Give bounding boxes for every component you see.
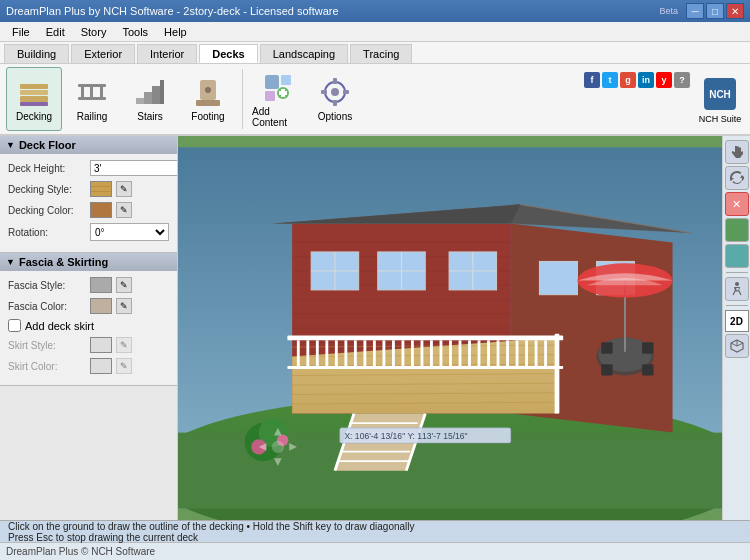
svg-rect-98: [544, 340, 547, 369]
svg-rect-6: [81, 84, 84, 100]
tab-landscaping[interactable]: Landscaping: [260, 44, 348, 63]
svg-rect-71: [555, 334, 560, 414]
svg-text:X: 106'-4 13/16"  Y: 113'-7 15: X: 106'-4 13/16" Y: 113'-7 15/16": [344, 431, 467, 441]
skirt-style-row: Skirt Style: ✎: [8, 337, 169, 353]
right-separator-1: [726, 272, 748, 273]
viewport[interactable]: X: 106'-4 13/16" Y: 113'-7 15/16": [178, 136, 722, 520]
toolbar-options-button[interactable]: Options: [307, 67, 363, 131]
svg-rect-86: [430, 340, 433, 369]
svg-rect-87: [440, 340, 443, 369]
footing-label: Footing: [191, 111, 224, 122]
svg-rect-21: [279, 91, 287, 95]
svg-rect-26: [321, 90, 327, 94]
railing-icon: [76, 76, 108, 108]
right-separator-2: [726, 305, 748, 306]
fascia-header[interactable]: ▼ Fascia & Skirting: [0, 253, 177, 271]
svg-point-124: [272, 441, 283, 452]
youtube-icon[interactable]: y: [656, 72, 672, 88]
tab-building[interactable]: Building: [4, 44, 69, 63]
menu-story[interactable]: Story: [73, 22, 115, 42]
footing-icon: [192, 76, 224, 108]
nch-suite-button[interactable]: NCH NCH Suite: [696, 68, 744, 132]
tab-decks[interactable]: Decks: [199, 44, 257, 63]
svg-rect-24: [333, 78, 337, 84]
decking-color-edit-button[interactable]: ✎: [116, 202, 132, 218]
menu-help[interactable]: Help: [156, 22, 195, 42]
fascia-style-preview[interactable]: [90, 277, 112, 293]
rotation-select[interactable]: 0° 90° 180° 270°: [90, 223, 169, 241]
close-button[interactable]: ✕: [726, 3, 744, 19]
title-text: DreamPlan Plus by NCH Software - 2story-…: [6, 5, 339, 17]
toolbar-add-content-button[interactable]: Add Content: [249, 67, 305, 131]
twitter-icon[interactable]: t: [602, 72, 618, 88]
decking-style-label: Decking Style:: [8, 184, 86, 195]
skirt-color-edit-button: ✎: [116, 358, 132, 374]
color-teal-button[interactable]: [725, 244, 749, 268]
svg-rect-79: [363, 340, 366, 369]
tab-interior[interactable]: Interior: [137, 44, 197, 63]
menu-file[interactable]: File: [4, 22, 38, 42]
skirt-color-preview: [90, 358, 112, 374]
options-icon: [319, 76, 351, 108]
deck-floor-header[interactable]: ▼ Deck Floor: [0, 136, 177, 154]
decking-style-row: Decking Style: ✎: [8, 181, 169, 197]
linkedin-icon[interactable]: in: [638, 72, 654, 88]
fascia-color-label: Fascia Color:: [8, 301, 86, 312]
decking-style-preview[interactable]: [90, 181, 112, 197]
tab-exterior[interactable]: Exterior: [71, 44, 135, 63]
svg-rect-82: [392, 340, 395, 369]
minimize-button[interactable]: ─: [686, 3, 704, 19]
svg-rect-1: [20, 90, 48, 95]
svg-rect-111: [642, 342, 653, 353]
toolbar-stairs-button[interactable]: Stairs: [122, 67, 178, 131]
maximize-button[interactable]: □: [706, 3, 724, 19]
toolbar-footing-button[interactable]: Footing: [180, 67, 236, 131]
color-green-button[interactable]: [725, 218, 749, 242]
svg-rect-113: [642, 364, 653, 375]
deck-height-input[interactable]: [90, 160, 178, 176]
fascia-color-row: Fascia Color: ✎: [8, 298, 169, 314]
delete-button[interactable]: ✕: [725, 192, 749, 216]
decking-color-label: Decking Color:: [8, 205, 86, 216]
toolbar-railing-button[interactable]: Railing: [64, 67, 120, 131]
svg-rect-99: [287, 366, 563, 369]
decking-color-preview[interactable]: [90, 202, 112, 218]
add-deck-skirt-checkbox[interactable]: [8, 319, 21, 332]
svg-point-15: [205, 87, 211, 93]
decking-style-edit-button[interactable]: ✎: [116, 181, 132, 197]
svg-rect-77: [344, 340, 347, 369]
svg-rect-81: [382, 340, 385, 369]
add-deck-skirt-label: Add deck skirt: [25, 320, 94, 332]
rotate-view-button[interactable]: [725, 166, 749, 190]
skirt-color-label: Skirt Color:: [8, 361, 86, 372]
left-panel: ▼ Deck Floor Deck Height: Decking Style:…: [0, 136, 178, 520]
railing-label: Railing: [77, 111, 108, 122]
fascia-color-preview[interactable]: [90, 298, 112, 314]
help-icon[interactable]: ?: [674, 72, 690, 88]
googleplus-icon[interactable]: g: [620, 72, 636, 88]
status-line-1: Click on the ground to draw the outline …: [8, 521, 415, 532]
isometric-button[interactable]: [725, 334, 749, 358]
menu-edit[interactable]: Edit: [38, 22, 73, 42]
fascia-color-edit-button[interactable]: ✎: [116, 298, 132, 314]
fascia-style-label: Fascia Style:: [8, 280, 86, 291]
svg-rect-76: [335, 340, 338, 369]
svg-rect-89: [459, 340, 462, 369]
toolbar-decking-button[interactable]: Decking: [6, 67, 62, 131]
status-bar: Click on the ground to draw the outline …: [0, 520, 750, 542]
svg-rect-78: [354, 340, 357, 369]
title-bar-controls[interactable]: ─ □ ✕: [686, 3, 744, 19]
fascia-style-edit-button[interactable]: ✎: [116, 277, 132, 293]
facebook-icon[interactable]: f: [584, 72, 600, 88]
hand-tool-button[interactable]: [725, 140, 749, 164]
menu-tools[interactable]: Tools: [114, 22, 156, 42]
walk-mode-button[interactable]: [725, 277, 749, 301]
svg-rect-25: [333, 100, 337, 106]
svg-rect-18: [265, 91, 275, 101]
collapse-icon: ▼: [6, 140, 15, 150]
tab-tracing[interactable]: Tracing: [350, 44, 412, 63]
deck-height-label: Deck Height:: [8, 163, 86, 174]
2d-view-button[interactable]: 2D: [725, 310, 749, 332]
options-label: Options: [318, 111, 352, 122]
svg-rect-80: [373, 340, 376, 369]
